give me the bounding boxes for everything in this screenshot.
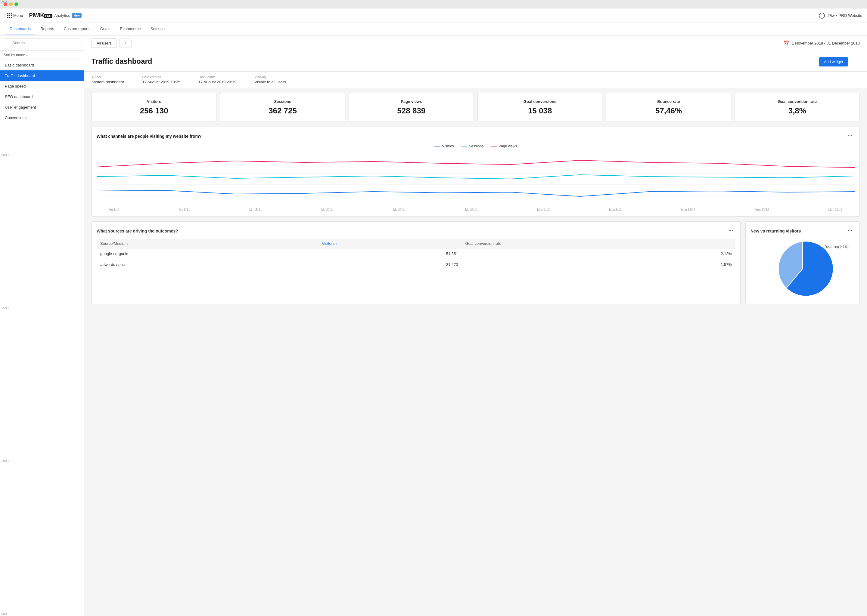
stat-goal-conversion-rate-value: 3,8% [742,106,852,115]
stat-pageviews-label: Page views [356,99,466,104]
pie-chart-svg [772,239,833,299]
pie-container: Returning (41%) [750,239,854,299]
pie-returning-label: Returning (41%) [824,245,849,248]
col-goal-rate-header: Goal conversion rate [462,239,735,248]
sidebar-item-traffic[interactable]: Traffic dashboard [0,71,84,81]
stat-pageviews-value: 528 839 [356,106,466,115]
main-layout: Sort by name ▾ Basic dashboard Traffic d… [0,36,867,616]
tab-goals[interactable]: Goals [95,23,115,35]
sources-more-menu[interactable]: ··· [726,226,735,235]
legend-visitors: Visitors [434,144,454,148]
logo-text: PIWIKPRO [29,13,53,19]
dashboard-more-menu[interactable]: ··· [850,57,860,66]
visitors-sort-header[interactable]: Visitors ↕ [322,241,458,246]
menu-label: Menu [13,13,23,18]
content-area: All users + 📅 1 November 2018 - 31 Decem… [84,36,867,616]
sidebar-item-conversions[interactable]: Conversions [0,113,84,123]
pie-chart-section: New vs returning visitors ··· Return [746,222,860,304]
stat-sessions-value: 362 725 [228,106,337,115]
stat-goal-conversions-label: Goal conversions [485,99,595,104]
tab-settings[interactable]: Settings [146,23,169,35]
globe-icon[interactable] [819,13,825,19]
rate-google: 2,12% [462,248,735,259]
sidebar-item-basic[interactable]: Basic dashboard [0,60,84,71]
visitors-adwords: 21 473 [318,259,462,270]
rate-adwords: 1,57% [462,259,735,270]
meta-last-update-label: Last update [199,75,236,79]
dashboard-title: Traffic dashboard [91,57,152,66]
header-actions: Add widget ··· [819,57,860,66]
sources-table-section: What sources are driving the outcomes? ·… [91,222,741,304]
calendar-icon: 📅 [783,40,790,46]
window-chrome [0,0,867,8]
stat-goal-conversions-value: 15 038 [485,106,595,115]
sources-table-body: google / organic 51 351 2,12% adwords / … [97,248,735,270]
pageviews-line-icon [491,146,497,146]
top-bar: Menu PIWIKPRO Analytics New Piwik PRO We… [0,8,867,23]
search-input[interactable] [4,39,80,47]
stats-row: Visitors 256 130 Sessions 362 725 Page v… [84,88,867,127]
stat-card-sessions: Sessions 362 725 [220,93,345,122]
meta-date-created: Date created 17 August 2019 18:25 [142,75,180,84]
add-widget-button[interactable]: Add widget [819,57,848,66]
chart-legend: Visitors Sessions Page views [97,144,854,148]
date-picker[interactable]: 📅 1 November 2018 - 31 December 2018 [783,40,860,46]
meta-author: Author System dashboard [91,75,124,84]
all-users-segment-button[interactable]: All users [91,39,117,48]
chart-svg-container: Mo 1/11 Mo 8/11 Mo 15/11 Mo 22/11 Mo 29/… [97,152,854,211]
channels-chart-title: What channels are people visiting my web… [97,132,854,140]
chart-svg [97,152,854,206]
visitors-google: 51 351 [318,248,462,259]
sort-header[interactable]: Sort by name ▾ [0,50,84,60]
tab-ecommerce[interactable]: Ecommerce [115,23,145,35]
pie-more-menu[interactable]: ··· [845,226,854,235]
chart-body: 2500 2000 1500 1000 500 [97,152,854,211]
col-source-medium-header: Source/Medium [97,239,318,248]
sources-table: Source/Medium Visitors ↕ Goal conversion… [97,239,735,270]
dashboard-meta: Author System dashboard Date created 17 … [84,72,867,88]
logo: PIWIKPRO Analytics New [29,13,82,19]
sidebar-item-seo[interactable]: SEO dashboard [0,91,84,102]
top-bar-right: Piwik PRO Website [819,13,862,19]
meta-last-update: Last update 17 August 2019 20:19 [199,75,236,84]
stat-bounce-rate-label: Bounce rate [613,99,724,104]
stat-card-goal-conversions: Goal conversions 15 038 [478,93,602,122]
search-wrapper [4,39,80,47]
bottom-sections: What sources are driving the outcomes? ·… [84,222,867,309]
stat-card-visitors: Visitors 256 130 [91,93,216,122]
tab-custom-reports[interactable]: Custom reports [59,23,95,35]
stat-visitors-value: 256 130 [99,106,209,115]
logo-pro-badge: PRO [44,14,52,18]
sidebar: Sort by name ▾ Basic dashboard Traffic d… [0,36,84,616]
source-medium-google: google / organic [97,248,318,259]
source-medium-adwords: adwords / ppc [97,259,318,270]
channels-chart-more-menu[interactable]: ··· [845,132,854,140]
sessions-line-icon [461,146,467,146]
stat-goal-conversion-rate-label: Goal conversion rate [742,99,852,104]
window-maximize-btn[interactable] [14,2,18,6]
sidebar-item-pagespeed[interactable]: Page speed [0,81,84,91]
legend-pageviews: Page views [491,144,517,148]
sources-section-title: What sources are driving the outcomes? ·… [97,226,735,235]
content-top-bar: All users + 📅 1 November 2018 - 31 Decem… [84,36,867,51]
tab-reports[interactable]: Reports [36,23,59,35]
stat-bounce-rate-value: 57,46% [613,106,724,115]
stat-card-bounce-rate: Bounce rate 57,46% [606,93,731,122]
dashboard-header: Traffic dashboard Add widget ··· [84,51,867,72]
date-range: 1 November 2018 - 31 December 2018 [792,41,860,46]
visitors-line-icon [434,146,440,146]
site-name[interactable]: Piwik PRO Website [828,13,862,18]
add-segment-button[interactable]: + [119,39,132,48]
meta-visibility-label: Visibility [254,75,286,79]
meta-visibility: Visibility Visible to all users [254,75,286,84]
stat-card-pageviews: Page views 528 839 [349,93,474,122]
channels-chart-section: What channels are people visiting my web… [91,127,860,217]
col-visitors-header[interactable]: Visitors ↕ [318,239,462,248]
table-row: adwords / ppc 21 473 1,57% [97,259,735,270]
stat-visitors-label: Visitors [99,99,209,104]
table-header-row: Source/Medium Visitors ↕ Goal conversion… [97,239,735,248]
plus-icon: + [125,41,127,46]
x-axis-labels: Mo 1/11 Mo 8/11 Mo 15/11 Mo 22/11 Mo 29/… [97,208,854,211]
meta-author-label: Author [91,75,124,79]
sidebar-item-engagement[interactable]: User engagement [0,102,84,113]
